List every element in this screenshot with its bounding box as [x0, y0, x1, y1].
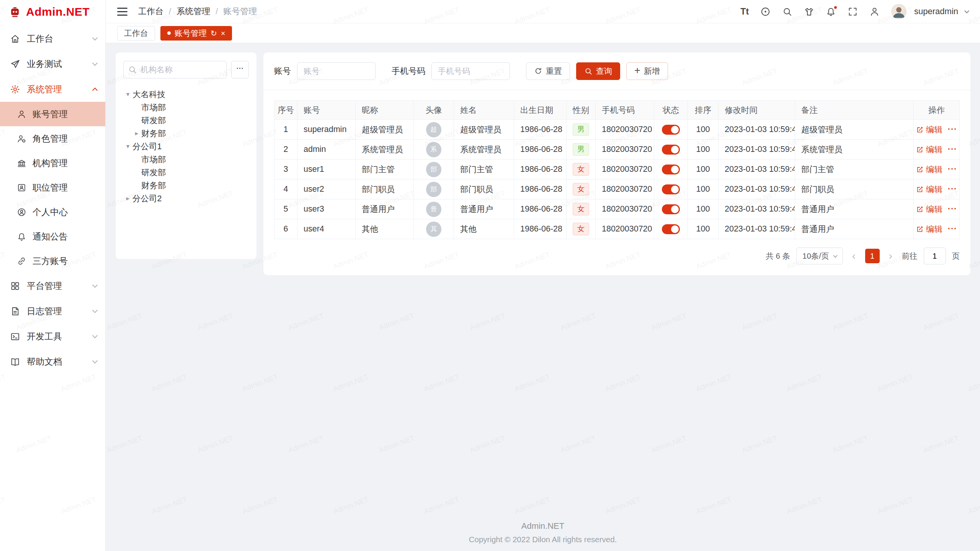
status-toggle[interactable] [662, 145, 680, 155]
search-button[interactable]: 查询 [576, 62, 620, 80]
tree-node[interactable]: 市场部 [123, 101, 249, 114]
status-toggle[interactable] [662, 204, 680, 214]
status-toggle[interactable] [662, 125, 680, 135]
fullscreen-icon[interactable] [848, 7, 858, 17]
row-more-button[interactable]: ··· [948, 145, 957, 154]
sidebar-item-help-docs[interactable]: 帮助文档 [0, 349, 105, 374]
sidebar-item-workbench[interactable]: 工作台 [0, 26, 105, 51]
chevron-down-icon [92, 60, 98, 65]
cell-avatar: 超 [414, 120, 454, 140]
row-more-button[interactable]: ··· [948, 184, 957, 194]
edit-button[interactable]: 编辑 [916, 204, 942, 215]
sidebar-item-business-test[interactable]: 业务测试 [0, 51, 105, 77]
tree-node[interactable]: 市场部 [123, 153, 249, 166]
user-avatar[interactable] [891, 4, 906, 19]
row-more-button[interactable]: ··· [948, 165, 957, 174]
next-page-button[interactable]: › [886, 251, 896, 261]
org-more-button[interactable]: ··· [231, 61, 249, 78]
sidebar-item-role-mgmt[interactable]: 角色管理 [0, 126, 105, 151]
edit-icon [916, 225, 924, 233]
cell-name: 系统管理员 [454, 140, 514, 160]
tree-node[interactable]: 研发部 [123, 166, 249, 179]
edit-label: 编辑 [926, 204, 942, 215]
sidebar-item-system[interactable]: 系统管理 [0, 77, 105, 102]
cell-account: user4 [297, 219, 356, 239]
tree-node[interactable]: ▾分公司1 [123, 140, 249, 153]
app-logo[interactable]: Admin.NET [0, 0, 105, 24]
status-toggle[interactable] [662, 184, 680, 194]
prev-page-button[interactable]: ‹ [849, 251, 859, 261]
cell-avatar: 部 [414, 160, 454, 179]
sidebar-item-third-party[interactable]: 三方账号 [0, 249, 105, 273]
col-birthdate: 出生日期 [514, 101, 567, 120]
caret-right-icon[interactable]: ▸ [132, 129, 141, 137]
cell-gender: 女 [567, 219, 596, 239]
sidebar-item-org-mgmt[interactable]: 机构管理 [0, 151, 105, 175]
avatar: 部 [426, 162, 441, 177]
page-1-button[interactable]: 1 [865, 249, 880, 263]
reset-button[interactable]: 重置 [526, 62, 570, 80]
goto-page-input[interactable] [924, 248, 946, 264]
pagination-total: 共 6 条 [766, 251, 790, 261]
row-more-button[interactable]: ··· [948, 204, 957, 214]
account-input[interactable] [297, 62, 376, 80]
cell-phone: 18020030720 [596, 120, 654, 140]
language-icon[interactable] [760, 7, 771, 17]
breadcrumb: 工作台 / 系统管理 / 账号管理 [138, 6, 257, 17]
tree-node[interactable]: ▾大名科技 [123, 88, 249, 101]
add-button[interactable]: + 新增 [626, 62, 668, 80]
sidebar-item-position-mgmt[interactable]: 职位管理 [0, 175, 105, 200]
sidebar-item-personal-center[interactable]: 个人中心 [0, 200, 105, 224]
tab-close-icon[interactable]: × [221, 29, 225, 37]
caret-down-icon[interactable]: ▾ [123, 90, 132, 98]
cell-avatar: 其 [414, 219, 454, 239]
breadcrumb-item[interactable]: 系统管理 [176, 6, 210, 17]
row-more-button[interactable]: ··· [948, 125, 957, 134]
cell-name: 部门职员 [454, 179, 514, 199]
tree-node[interactable]: ▸财务部 [123, 127, 249, 140]
page-size-select[interactable]: 10条/页 [796, 248, 843, 264]
sidebar-item-platform[interactable]: 平台管理 [0, 273, 105, 298]
username[interactable]: superadmin [914, 7, 958, 16]
tab-refresh-icon[interactable]: ↻ [211, 29, 217, 37]
font-size-icon[interactable]: Tt [740, 7, 749, 17]
edit-button[interactable]: 编辑 [916, 184, 942, 195]
tab-workbench[interactable]: 工作台 [117, 26, 155, 41]
caret-down-icon[interactable]: ▾ [123, 142, 132, 150]
tree-node[interactable]: 研发部 [123, 114, 249, 127]
notification-badge [833, 5, 838, 10]
search-icon[interactable] [782, 7, 792, 17]
edit-button[interactable]: 编辑 [916, 124, 942, 135]
tree-node-label: 大名科技 [132, 89, 165, 100]
profile-icon[interactable] [869, 7, 880, 17]
tab-account-mgmt[interactable]: 账号管理 ↻ × [160, 26, 232, 41]
gear-icon [10, 84, 20, 95]
edit-button[interactable]: 编辑 [916, 144, 942, 155]
caret-right-icon[interactable]: ▸ [123, 194, 132, 202]
sidebar-item-log[interactable]: 日志管理 [0, 298, 105, 324]
sidebar-item-label: 日志管理 [27, 305, 62, 317]
tree-node[interactable]: ▸分公司2 [123, 192, 249, 205]
tree-node[interactable]: 财务部 [123, 179, 249, 192]
theme-icon[interactable] [804, 7, 814, 17]
menu-collapse-button[interactable] [117, 8, 127, 16]
gender-badge: 女 [573, 163, 589, 176]
breadcrumb-item[interactable]: 工作台 [138, 6, 163, 17]
cell-sort: 100 [688, 199, 719, 219]
cell-status [654, 120, 688, 140]
sidebar-item-account-mgmt[interactable]: 账号管理 [0, 102, 105, 126]
sidebar-item-notice[interactable]: 通知公告 [0, 224, 105, 249]
row-more-button[interactable]: ··· [948, 224, 957, 233]
org-search-input[interactable] [123, 61, 227, 78]
cell-status [654, 199, 688, 219]
edit-button[interactable]: 编辑 [916, 223, 942, 235]
reset-label: 重置 [546, 66, 562, 77]
notification-bell-icon[interactable] [826, 7, 836, 17]
phone-input[interactable] [431, 62, 510, 80]
status-toggle[interactable] [662, 165, 680, 174]
edit-button[interactable]: 编辑 [916, 164, 942, 175]
chevron-down-icon[interactable] [964, 8, 969, 13]
edit-label: 编辑 [926, 164, 942, 175]
status-toggle[interactable] [662, 224, 680, 234]
sidebar-item-dev-tools[interactable]: 开发工具 [0, 324, 105, 349]
